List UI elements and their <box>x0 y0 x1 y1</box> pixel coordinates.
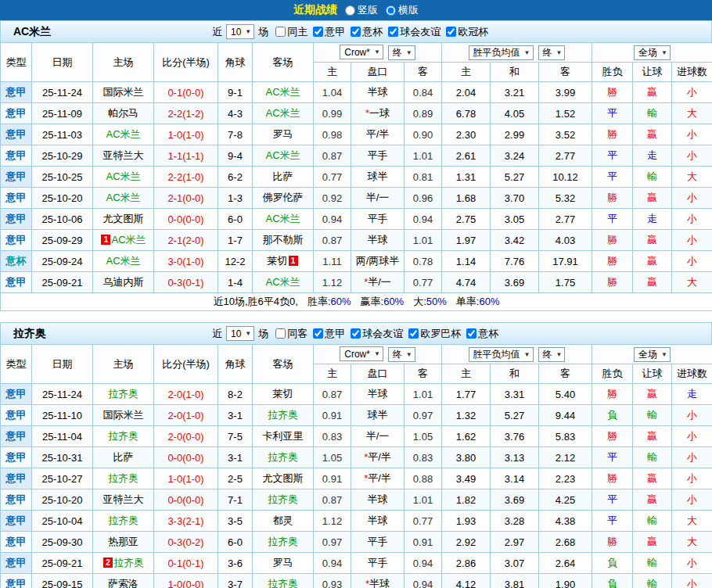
filter-checkbox[interactable]: 球会友谊 <box>388 25 441 39</box>
home-team[interactable]: 国际米兰 <box>103 86 144 98</box>
home-team[interactable]: 拉齐奥 <box>108 388 138 400</box>
home-team[interactable]: 帕尔马 <box>108 107 138 119</box>
away-team[interactable]: 莱切 <box>273 388 293 400</box>
checkbox-input[interactable] <box>466 328 476 339</box>
scope-select[interactable]: 全场▼ <box>634 45 671 60</box>
away-team[interactable]: AC米兰 <box>265 107 300 119</box>
horizontal-layout-radio[interactable] <box>386 5 396 16</box>
checkbox-input[interactable] <box>388 27 398 37</box>
filter-checkbox[interactable]: 意杯 <box>466 327 498 341</box>
home-team[interactable]: 拉齐奥 <box>108 514 138 526</box>
asian-home-odds: 0.97 <box>314 532 351 553</box>
home-team[interactable]: 亚特兰大 <box>103 149 144 161</box>
asian-away-odds: 0.96 <box>405 188 442 209</box>
away-team[interactable]: 罗马 <box>273 128 293 140</box>
home-team[interactable]: 热那亚 <box>108 536 138 547</box>
europe-odds-select[interactable]: 胜平负均值▼ <box>469 45 534 60</box>
away-team[interactable]: 都灵 <box>273 514 293 526</box>
home-team[interactable]: 拉齐奥 <box>108 430 138 442</box>
asian-away-odds: 1.01 <box>405 145 442 167</box>
checkbox-input[interactable] <box>351 27 361 37</box>
home-team[interactable]: 比萨 <box>113 451 134 463</box>
odds-stage-select[interactable]: 终▼ <box>388 347 415 362</box>
europe-stage-select[interactable]: 终▼ <box>538 347 566 362</box>
filter-checkbox[interactable]: 意甲 <box>313 25 345 39</box>
filter-checkbox[interactable]: 欧冠杯 <box>446 25 488 39</box>
result-wdl: 勝 <box>592 82 633 103</box>
handicap-text: 半球 <box>368 388 388 400</box>
away-team[interactable]: 拉齐奥 <box>268 578 298 588</box>
away-team[interactable]: 拉齐奥 <box>268 536 298 547</box>
scope-select[interactable]: 全场▼ <box>634 347 671 362</box>
bookmaker-select[interactable]: Crow*▼ <box>340 45 383 59</box>
checkbox-input[interactable] <box>313 27 323 37</box>
home-team[interactable]: 2拉齐奥 <box>102 557 144 568</box>
asian-away-odds: 1.01 <box>405 384 442 405</box>
corner-score: 1-4 <box>218 272 253 293</box>
table-row: 意甲25-10-29亚特兰大1-1(1-1)9-4AC米兰0.87平手1.012… <box>1 145 712 167</box>
chevron-down-icon: ▼ <box>661 351 667 358</box>
europe-away-odds: 5.32 <box>539 188 592 209</box>
europe-odds-select[interactable]: 胜平负均值▼ <box>469 347 534 362</box>
away-team[interactable]: 卡利亚里 <box>263 430 304 442</box>
away-team[interactable]: 比萨 <box>273 170 293 182</box>
handicap-text: 球半 <box>368 170 388 182</box>
home-team[interactable]: AC米兰 <box>106 170 140 182</box>
checkbox-input[interactable] <box>351 328 361 339</box>
europe-stage-select[interactable]: 终▼ <box>538 45 566 60</box>
handicap-line: 半球 <box>351 489 405 511</box>
away-team[interactable]: 拉齐奥 <box>268 493 298 505</box>
home-team-name: 热那亚 <box>108 536 138 547</box>
odds-stage-select[interactable]: 终▼ <box>388 45 415 60</box>
home-team[interactable]: 乌迪内斯 <box>103 276 144 288</box>
away-team[interactable]: AC米兰 <box>265 213 300 224</box>
home-team[interactable]: 亚特兰大 <box>103 493 144 505</box>
checkbox-input[interactable] <box>446 27 456 37</box>
europe-draw-odds: 3.42 <box>491 230 539 251</box>
away-team[interactable]: AC米兰 <box>265 86 300 98</box>
home-team[interactable]: 1AC米兰 <box>100 234 146 246</box>
section-gap <box>0 311 712 322</box>
checkbox-input[interactable] <box>275 27 286 37</box>
away-team[interactable]: 拉齐奥 <box>268 409 298 421</box>
home-team[interactable]: AC米兰 <box>106 128 140 140</box>
away-team[interactable]: 尤文图斯 <box>263 472 304 484</box>
filter-checkbox[interactable]: 意杯 <box>351 25 383 39</box>
home-team-cell: 国际米兰 <box>93 405 154 426</box>
recent-count-select[interactable]: 10▼ <box>226 326 254 341</box>
asian-away-odds: 0.94 <box>405 209 442 230</box>
home-team[interactable]: 萨索洛 <box>108 578 138 588</box>
recent-count-select[interactable]: 10▼ <box>226 24 254 39</box>
away-team[interactable]: AC米兰 <box>265 276 300 288</box>
home-team[interactable]: 国际米兰 <box>103 409 144 421</box>
away-team[interactable]: 罗马 <box>273 557 293 568</box>
filter-checkbox[interactable]: 意甲 <box>313 327 345 341</box>
filter-checkbox[interactable]: 球会友谊 <box>351 327 403 341</box>
result-wdl: 平 <box>592 209 633 230</box>
home-team-name: 比萨 <box>113 451 134 463</box>
layout-option-vertical[interactable]: 竖版 <box>345 3 378 17</box>
asian-away-odds: 0.90 <box>405 124 442 145</box>
match-score: 2-2(1-2) <box>154 103 218 124</box>
checkbox-input[interactable] <box>275 328 286 339</box>
layout-option-horizontal[interactable]: 横版 <box>386 3 419 17</box>
checkbox-input[interactable] <box>408 328 419 339</box>
home-team[interactable]: 尤文图斯 <box>103 213 144 224</box>
europe-home-odds: 2.75 <box>442 209 491 230</box>
away-team[interactable]: 拉齐奥 <box>268 451 298 463</box>
away-team[interactable]: AC米兰 <box>265 149 300 161</box>
filter-checkbox[interactable]: 欧罗巴杯 <box>408 327 461 341</box>
home-team[interactable]: 拉齐奥 <box>108 472 138 484</box>
filter-checkbox[interactable]: 同客 <box>275 327 307 341</box>
asian-away-odds: 0.97 <box>405 405 442 426</box>
home-team[interactable]: AC米兰 <box>106 255 140 267</box>
away-team[interactable]: 佛罗伦萨 <box>263 192 304 203</box>
bookmaker-select[interactable]: Crow*▼ <box>340 346 383 361</box>
filter-checkbox[interactable]: 同主 <box>275 25 307 39</box>
away-team[interactable]: 莱切1 <box>268 255 299 267</box>
checkbox-input[interactable] <box>313 328 323 339</box>
vertical-layout-radio[interactable] <box>345 5 355 16</box>
away-team[interactable]: 那不勒斯 <box>263 234 304 246</box>
home-team-name: 尤文图斯 <box>103 213 144 224</box>
home-team[interactable]: AC米兰 <box>106 192 140 203</box>
